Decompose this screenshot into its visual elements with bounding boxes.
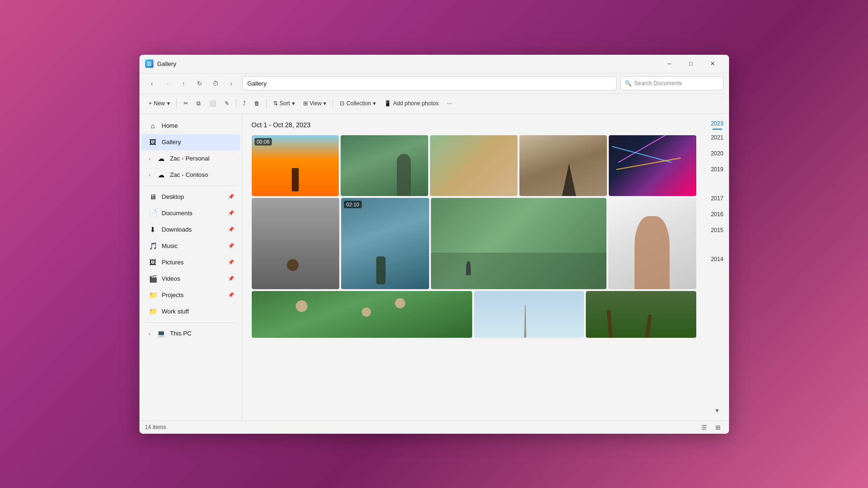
photo-item-1[interactable]: 00:08 xyxy=(252,135,339,196)
sidebar-item-music[interactable]: 🎵 Music 📌 xyxy=(141,238,240,254)
add-phone-button[interactable]: 📱 Add phone photos xyxy=(380,96,442,110)
back-button[interactable]: ‹ xyxy=(145,77,159,90)
forward-button[interactable]: › xyxy=(161,77,175,90)
timeline-year-2015[interactable]: 2015 xyxy=(706,225,729,235)
minimize-button[interactable]: ─ xyxy=(659,56,680,71)
timeline-year-2023[interactable]: 2023 xyxy=(706,118,729,129)
refresh-button[interactable]: ↻ xyxy=(193,77,207,90)
sidebar-work-stuff-label: Work stuff xyxy=(162,308,234,315)
grid-view-button[interactable]: ⊞ xyxy=(713,422,723,432)
address-text: Gallery xyxy=(248,80,267,87)
cloud-contoso-icon: ☁ xyxy=(157,171,165,179)
title-bar: 🖼 Gallery ─ □ ✕ xyxy=(139,55,729,73)
cut-button[interactable]: ✂ xyxy=(180,96,192,110)
up-button[interactable]: ↑ xyxy=(177,77,191,90)
recent-locations-button[interactable]: ⏱ xyxy=(209,77,223,90)
photo-grid-row-3 xyxy=(252,291,696,338)
sidebar-item-pictures[interactable]: 🖼 Pictures 📌 xyxy=(141,255,240,270)
timeline-year-2014[interactable]: 2014 xyxy=(706,254,729,264)
photo-grid-row-1: 00:08 xyxy=(252,135,696,196)
photo-item-5[interactable] xyxy=(609,135,696,196)
photo-item-6[interactable] xyxy=(252,198,340,289)
work-stuff-icon: 📁 xyxy=(149,307,157,316)
more-button[interactable]: ··· xyxy=(443,96,455,110)
new-label: New xyxy=(154,100,165,107)
sidebar-item-home[interactable]: ⌂ Home xyxy=(141,118,240,134)
chevron-right-icon-3: › xyxy=(149,331,151,336)
home-icon: ⌂ xyxy=(149,122,157,130)
delete-button[interactable]: 🗑 xyxy=(250,96,263,110)
copy-button[interactable]: ⧉ xyxy=(193,96,204,110)
photo-item-9[interactable] xyxy=(608,198,696,289)
sidebar-desktop-label: Desktop xyxy=(162,193,223,200)
new-chevron-icon: ▾ xyxy=(167,100,170,107)
window-title: Gallery xyxy=(157,60,659,67)
close-button[interactable]: ✕ xyxy=(702,56,723,71)
photo-item-10[interactable] xyxy=(252,291,472,338)
view-button[interactable]: ⊞ View ▾ xyxy=(299,96,330,110)
music-icon: 🎵 xyxy=(149,242,157,250)
photo-item-11[interactable] xyxy=(474,291,584,338)
timeline-year-2020[interactable]: 2020 xyxy=(706,148,729,159)
view-chevron-icon: ▾ xyxy=(323,100,326,107)
this-pc-icon: 💻 xyxy=(157,329,165,338)
projects-icon: 📁 xyxy=(149,291,157,299)
gallery-icon: 🖼 xyxy=(149,138,157,146)
forward2-button[interactable]: › xyxy=(225,77,239,90)
photo-item-8[interactable] xyxy=(431,198,606,289)
sort-label: Sort xyxy=(280,100,290,107)
paste-button[interactable]: ⬜ xyxy=(205,96,220,110)
new-icon: + xyxy=(149,100,152,107)
timeline-scroll-down-button[interactable]: ▾ xyxy=(714,405,721,416)
sidebar-item-videos[interactable]: 🎬 Videos 📌 xyxy=(141,271,240,287)
sidebar-item-documents[interactable]: 📄 Documents 📌 xyxy=(141,205,240,221)
sidebar-item-gallery[interactable]: 🖼 Gallery xyxy=(141,134,240,150)
search-icon: 🔍 xyxy=(625,80,632,87)
new-button[interactable]: + New ▾ xyxy=(145,96,174,110)
list-view-button[interactable]: ☰ xyxy=(699,422,709,432)
sidebar-zac-contoso-label: Zac - Contoso xyxy=(170,171,234,178)
add-phone-label: Add phone photos xyxy=(393,100,438,107)
sidebar-item-zac-contoso[interactable]: › ☁ Zac - Contoso xyxy=(141,167,240,183)
sidebar-this-pc-label: This PC xyxy=(170,330,234,337)
videos-icon: 🎬 xyxy=(149,275,157,283)
pin-icon-5: 📌 xyxy=(228,259,234,265)
photo-item-7[interactable]: 02:10 xyxy=(341,198,429,289)
timeline-year-2017[interactable]: 2017 xyxy=(706,193,729,204)
sidebar-item-this-pc[interactable]: › 💻 This PC xyxy=(141,326,240,342)
sidebar-item-zac-personal[interactable]: › ☁ Zac - Personal xyxy=(141,151,240,167)
sidebar-item-desktop[interactable]: 🖥 Desktop 📌 xyxy=(141,189,240,205)
sidebar-downloads-label: Downloads xyxy=(162,226,223,233)
main-window: 🖼 Gallery ─ □ ✕ ‹ › ↑ ↻ ⏱ › Gallery 🔍 Se… xyxy=(139,55,729,434)
collection-button[interactable]: ⊡ Collection ▾ xyxy=(336,96,379,110)
sort-button[interactable]: ⇅ Sort ▾ xyxy=(270,96,299,110)
sidebar-zac-personal-label: Zac - Personal xyxy=(170,155,234,162)
share-button[interactable]: ⤴ xyxy=(239,96,249,110)
sidebar-projects-label: Projects xyxy=(162,291,223,299)
pin-icon: 📌 xyxy=(228,194,234,200)
pin-icon-6: 📌 xyxy=(228,276,234,282)
search-bar[interactable]: 🔍 Search Documents xyxy=(620,76,723,90)
timeline-year-2016[interactable]: 2016 xyxy=(706,209,729,219)
status-bar-right: ☰ ⊞ xyxy=(699,422,723,432)
photo-item-2[interactable] xyxy=(341,135,428,196)
timeline-year-2021[interactable]: 2021 xyxy=(706,132,729,143)
photo-item-12[interactable] xyxy=(586,291,696,338)
sidebar-item-work-stuff[interactable]: 📁 Work stuff xyxy=(141,304,240,320)
timeline-year-2019[interactable]: 2019 xyxy=(706,164,729,175)
photo-item-3[interactable] xyxy=(430,135,518,196)
photo-item-4[interactable] xyxy=(519,135,607,196)
collection-chevron-icon: ▾ xyxy=(373,100,376,107)
chevron-right-icon-2: › xyxy=(149,172,151,178)
sidebar-divider-1 xyxy=(145,186,236,186)
maximize-button[interactable]: □ xyxy=(680,56,702,71)
pin-icon-4: 📌 xyxy=(228,243,234,249)
sidebar-item-projects[interactable]: 📁 Projects 📌 xyxy=(141,287,240,303)
toolbar-separator-2 xyxy=(236,99,236,108)
desktop-icon: 🖥 xyxy=(149,193,157,201)
address-bar[interactable]: Gallery xyxy=(242,76,617,90)
sidebar-divider-2 xyxy=(145,322,236,323)
sidebar-item-downloads[interactable]: ⬇ Downloads 📌 xyxy=(141,222,240,238)
rename-button[interactable]: ✎ xyxy=(221,96,233,110)
collection-label: Collection xyxy=(346,100,371,107)
